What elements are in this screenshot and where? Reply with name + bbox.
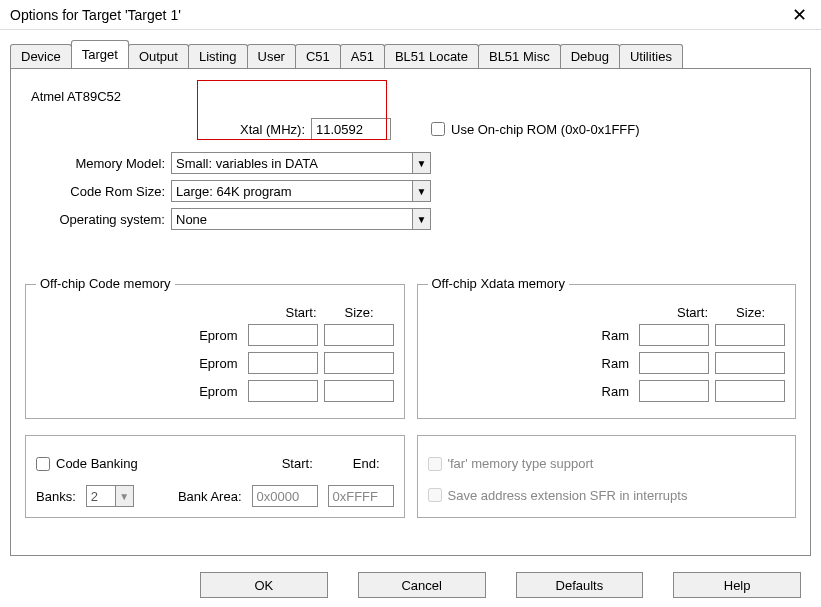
xdata-hdr-size: Size: [736,305,765,320]
eprom3-start[interactable] [248,380,318,402]
tab-target[interactable]: Target [71,40,129,68]
far-memory-checkbox: 'far' memory type support [428,456,594,471]
close-icon[interactable]: ✕ [788,4,811,26]
code-banking-label: Code Banking [56,456,138,471]
onchip-rom-label: Use On-chip ROM (0x0-0x1FFF) [451,122,640,137]
save-sfr-box [428,488,442,502]
eprom1-size[interactable] [324,324,394,346]
eprom2-start[interactable] [248,352,318,374]
xtal-input[interactable] [311,118,391,140]
ram-label: Ram [573,356,633,371]
bank-area-label: Bank Area: [178,489,242,504]
onchip-rom-box[interactable] [431,122,445,136]
ram1-size[interactable] [715,324,785,346]
offchip-xdata-group: Off-chip Xdata memory Start: Size: Ram R… [417,284,797,419]
eprom-row-2: Eprom [36,352,394,374]
eprom2-size[interactable] [324,352,394,374]
eprom-row-1: Eprom [36,324,394,346]
xtal-label: Xtal (MHz): [225,122,305,137]
titlebar: Options for Target 'Target 1' ✕ [0,0,821,30]
ram-label: Ram [573,328,633,343]
code-rom-label: Code Rom Size: [31,184,171,199]
chevron-down-icon[interactable]: ▼ [412,209,430,229]
eprom-label: Eprom [182,328,242,343]
far-memory-box [428,457,442,471]
ram-label: Ram [573,384,633,399]
ok-button[interactable]: OK [200,572,328,598]
ram-row-3: Ram [428,380,786,402]
code-hdr-size: Size: [345,305,374,320]
ram-row-2: Ram [428,352,786,374]
save-sfr-label: Save address extension SFR in interrupts [448,488,688,503]
ram3-size[interactable] [715,380,785,402]
code-rom-value[interactable] [171,180,431,202]
code-banking-group: Code Banking Start: End: Banks: ▼ Bank A… [25,435,405,518]
memory-model-select[interactable]: ▼ [171,152,431,174]
banks-label: Banks: [36,489,76,504]
tab-bl51-locate[interactable]: BL51 Locate [384,44,479,68]
code-hdr-start: Start: [286,305,317,320]
xdata-hdr-start: Start: [677,305,708,320]
tab-bl51-misc[interactable]: BL51 Misc [478,44,561,68]
tab-a51[interactable]: A51 [340,44,385,68]
offchip-xdata-legend: Off-chip Xdata memory [428,276,569,291]
defaults-button[interactable]: Defaults [516,572,644,598]
code-banking-checkbox[interactable]: Code Banking [36,456,138,471]
eprom-label: Eprom [182,384,242,399]
ram2-size[interactable] [715,352,785,374]
tab-strip: Device Target Output Listing User C51 A5… [10,42,811,68]
eprom3-size[interactable] [324,380,394,402]
target-form: Memory Model: ▼ Code Rom Size: ▼ Operati… [31,152,796,230]
bank-area-end [328,485,394,507]
chevron-down-icon[interactable]: ▼ [412,181,430,201]
tab-utilities[interactable]: Utilities [619,44,683,68]
ram-row-1: Ram [428,324,786,346]
far-memory-label: 'far' memory type support [448,456,594,471]
code-rom-select[interactable]: ▼ [171,180,431,202]
tab-output[interactable]: Output [128,44,189,68]
chevron-down-icon[interactable]: ▼ [412,153,430,173]
banks-select: ▼ [86,485,134,507]
dialog-buttons: OK Cancel Defaults Help [0,564,821,606]
tab-debug[interactable]: Debug [560,44,620,68]
eprom1-start[interactable] [248,324,318,346]
tab-device[interactable]: Device [10,44,72,68]
bank-area-start [252,485,318,507]
tab-listing[interactable]: Listing [188,44,248,68]
ram3-start[interactable] [639,380,709,402]
window-title: Options for Target 'Target 1' [10,7,181,23]
cancel-button[interactable]: Cancel [358,572,486,598]
offchip-code-group: Off-chip Code memory Start: Size: Eprom … [25,284,405,419]
save-sfr-checkbox: Save address extension SFR in interrupts [428,488,688,503]
ram1-start[interactable] [639,324,709,346]
tab-user[interactable]: User [247,44,296,68]
tab-c51[interactable]: C51 [295,44,341,68]
chevron-down-icon: ▼ [115,486,133,506]
target-panel: Atmel AT89C52 Xtal (MHz): Use On-chip RO… [10,68,811,556]
bank-hdr-start: Start: [282,456,313,471]
memory-model-value[interactable] [171,152,431,174]
os-select[interactable]: ▼ [171,208,431,230]
code-banking-box[interactable] [36,457,50,471]
bank-hdr-end: End: [353,456,380,471]
memory-model-label: Memory Model: [31,156,171,171]
os-label: Operating system: [31,212,171,227]
eprom-label: Eprom [182,356,242,371]
offchip-code-legend: Off-chip Code memory [36,276,175,291]
far-memory-group: 'far' memory type support Save address e… [417,435,797,518]
help-button[interactable]: Help [673,572,801,598]
ram2-start[interactable] [639,352,709,374]
onchip-rom-checkbox[interactable]: Use On-chip ROM (0x0-0x1FFF) [431,122,640,137]
device-name: Atmel AT89C52 [31,89,796,104]
os-value[interactable] [171,208,431,230]
eprom-row-3: Eprom [36,380,394,402]
